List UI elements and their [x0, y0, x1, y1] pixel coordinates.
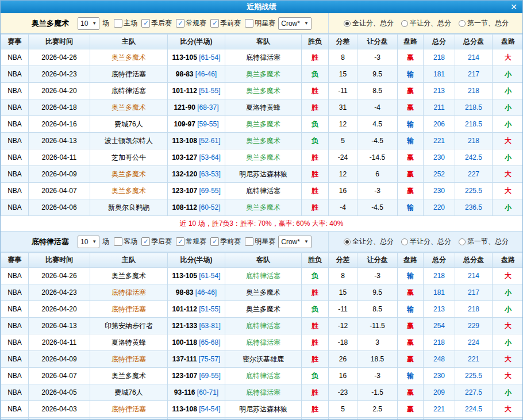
checkbox-label: 季前赛	[220, 237, 241, 246]
score-cell: 98-83 [46-46]	[168, 284, 225, 301]
table-header-row: 赛事比赛时间主队比分(半场)客队胜负分差让分盘盘路总分总分盘盘路	[1, 253, 523, 268]
game-row: NBA2026-04-09底特律活塞137-111 [75-57]密尔沃基雄鹿胜…	[1, 351, 523, 368]
date-cell: 2026-04-03	[29, 401, 90, 418]
game-row: NBA2026-04-01底特律活塞127-116 [59-54]多伦多猛龙胜1…	[1, 418, 523, 420]
filter-checkbox[interactable]: 主场	[114, 18, 137, 28]
filter-checkbox[interactable]: ✓常规赛	[176, 18, 206, 28]
checkbox-checked-icon[interactable]: ✓	[176, 19, 184, 28]
handicap-result-cell: 赢	[398, 284, 424, 301]
total-points-cell: 213	[424, 301, 455, 318]
result-cell: 胜	[302, 418, 329, 420]
radio-label: 全让分、总分	[352, 18, 394, 28]
score-cell: 100-118 [65-68]	[168, 334, 225, 351]
stat-mode-radio[interactable]: 全让分、总分	[344, 18, 394, 28]
column-header: 分差	[329, 34, 357, 49]
stat-mode-radio[interactable]: 第一节、总分	[459, 237, 509, 246]
odds-company-select[interactable]: Crow* ▼	[278, 17, 312, 30]
filter-checkbox[interactable]: ✓季前赛	[210, 18, 241, 28]
score-cell: 123-107 [69-55]	[168, 368, 225, 384]
point-diff-cell: 12	[329, 166, 357, 183]
result-cell: 负	[302, 301, 329, 318]
result-cell: 负	[302, 116, 329, 133]
checkbox-checked-icon[interactable]: ✓	[210, 237, 219, 246]
handicap-line-cell: 9.5	[357, 66, 398, 83]
away-team-cell: 底特律活塞	[225, 49, 302, 66]
radio-icon[interactable]	[401, 238, 408, 245]
stat-mode-radio[interactable]: 全让分、总分	[344, 237, 394, 246]
away-team-cell: 奥兰多魔术	[225, 199, 302, 216]
handicap-line-cell: 2.5	[357, 401, 398, 418]
radio-selected-icon[interactable]	[344, 20, 351, 27]
total-result-cell: 大	[493, 49, 523, 66]
filter-checkbox[interactable]: ✓常规赛	[176, 237, 206, 246]
stat-mode-radio[interactable]: 第一节、总分	[459, 18, 509, 28]
filter-checkbox[interactable]: 明星赛	[245, 237, 275, 246]
date-cell: 2026-04-26	[29, 49, 90, 66]
total-result-cell: 小	[493, 301, 523, 318]
column-header: 盘路	[493, 34, 523, 49]
filter-checkbox[interactable]: 客场	[114, 237, 137, 246]
away-team-cell: 奥兰多魔术	[225, 149, 302, 166]
close-icon[interactable]: ✕	[510, 2, 517, 12]
score-cell: 121-133 [63-81]	[168, 318, 225, 334]
home-team-cell: 奥兰多魔术	[90, 166, 168, 183]
checkbox-checked-icon[interactable]: ✓	[176, 237, 184, 246]
final-score: 132-120	[172, 170, 197, 178]
handicap-result-cell: 输	[398, 268, 424, 284]
column-header: 客队	[225, 253, 302, 268]
stat-mode-radio[interactable]: 半让分、总分	[401, 237, 451, 246]
total-result-cell: 大	[493, 268, 523, 284]
home-team-cell: 费城76人	[90, 384, 168, 401]
radio-selected-icon[interactable]	[344, 238, 351, 245]
games-count-select[interactable]: 10 ▼	[78, 17, 99, 30]
score-cell: 137-111 [75-57]	[168, 351, 225, 368]
final-score: 113-105	[172, 272, 197, 280]
league-cell: NBA	[1, 384, 29, 401]
date-cell: 2026-04-23	[29, 284, 90, 301]
radio-icon[interactable]	[401, 20, 408, 27]
filter-checkbox[interactable]: ✓季后赛	[141, 18, 172, 28]
filter-checkbox[interactable]: ✓季后赛	[141, 237, 172, 246]
checkbox-checked-icon[interactable]: ✓	[141, 19, 150, 28]
final-score: 109-97	[174, 120, 195, 128]
result-cell: 胜	[302, 199, 329, 216]
radio-icon[interactable]	[459, 20, 466, 27]
final-score: 98-83	[176, 288, 194, 296]
radio-label: 第一节、总分	[467, 237, 509, 246]
league-cell: NBA	[1, 351, 29, 368]
checkbox-unchecked-icon[interactable]	[114, 19, 122, 28]
checkbox-checked-icon[interactable]: ✓	[210, 19, 219, 28]
games-unit-label: 场	[102, 18, 109, 28]
point-diff-cell: 26	[329, 351, 357, 368]
checkbox-unchecked-icon[interactable]	[245, 237, 253, 246]
handicap-line-cell: -1.5	[357, 384, 398, 401]
halftime-score: [59-55]	[195, 120, 219, 128]
filter-checkbox[interactable]: 明星赛	[245, 18, 275, 28]
score-cell: 127-116 [59-54]	[168, 418, 225, 420]
game-row: NBA2026-04-20底特律活塞101-112 [51-55]奥兰多魔术胜-…	[1, 83, 523, 99]
game-row: NBA2026-04-05费城76人93-116 [60-71]底特律活塞胜-2…	[1, 384, 523, 401]
total-points-cell: 206	[424, 116, 455, 133]
handicap-line-cell: -11.5	[357, 318, 398, 334]
final-score: 93-116	[174, 388, 195, 396]
final-score: 113-108	[172, 405, 197, 413]
result-cell: 胜	[302, 351, 329, 368]
games-count-select[interactable]: 10 ▼	[78, 236, 99, 248]
home-team-cell: 费城76人	[90, 116, 168, 133]
filter-checkbox[interactable]: ✓季前赛	[210, 237, 241, 246]
league-cell: NBA	[1, 199, 29, 216]
score-cell: 109-97 [59-55]	[168, 116, 225, 133]
total-result-cell: 大	[493, 318, 523, 334]
total-result-cell: 小	[493, 99, 523, 116]
stat-mode-radio[interactable]: 半让分、总分	[401, 18, 451, 28]
checkbox-checked-icon[interactable]: ✓	[141, 237, 150, 246]
checkbox-unchecked-icon[interactable]	[114, 237, 122, 246]
point-diff-cell: 8	[329, 268, 357, 284]
checkbox-label: 季后赛	[151, 18, 172, 28]
away-team-cell: 底特律活塞	[225, 368, 302, 384]
halftime-score: [61-54]	[197, 53, 221, 61]
final-score: 137-111	[172, 355, 197, 363]
radio-icon[interactable]	[459, 238, 466, 245]
odds-company-select[interactable]: Crow* ▼	[278, 236, 312, 248]
checkbox-unchecked-icon[interactable]	[245, 19, 253, 28]
